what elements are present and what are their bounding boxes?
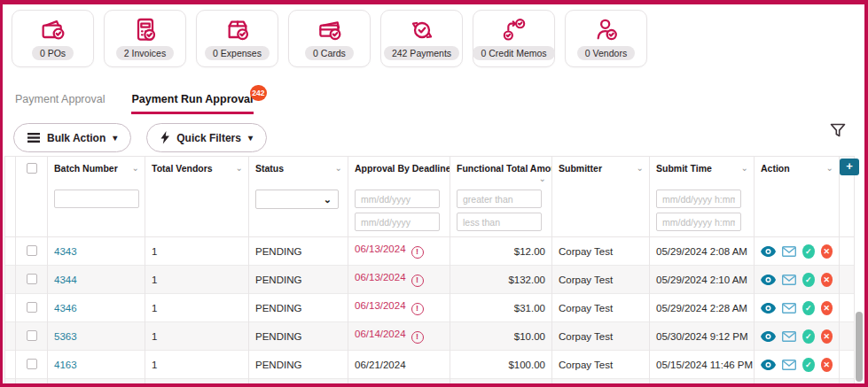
batch-number-link[interactable]: 4163 <box>54 360 77 370</box>
sort-icon[interactable]: ⌄ <box>637 163 644 173</box>
deadline-from-input[interactable] <box>355 190 440 208</box>
sort-icon[interactable]: ⌄ <box>826 163 833 173</box>
invoices-icon <box>131 16 160 44</box>
bulk-action-button[interactable]: Bulk Action ▾ <box>13 123 131 152</box>
sort-icon[interactable]: ⌄ <box>335 163 342 173</box>
row-checkbox[interactable] <box>27 359 37 369</box>
submit-time-filter-cell <box>650 183 755 237</box>
reject-icon[interactable]: ✕ <box>821 273 833 287</box>
extra-filter-cell <box>840 183 855 237</box>
view-eye-icon[interactable] <box>761 303 776 313</box>
row-checkbox[interactable] <box>27 274 37 284</box>
email-envelope-icon[interactable] <box>782 303 796 313</box>
deadline-cell: 06/13/2024! <box>348 266 450 294</box>
card-payments-label: 242 Payments <box>384 46 459 60</box>
row-checkbox[interactable] <box>27 302 37 313</box>
vertical-scrollbar-thumb[interactable] <box>856 312 863 382</box>
sort-icon[interactable]: ⌄ <box>741 163 748 173</box>
email-envelope-icon[interactable] <box>782 275 796 285</box>
total-vendors-cell: 1 <box>145 237 249 266</box>
email-envelope-icon[interactable] <box>782 246 796 257</box>
bulk-action-icon <box>27 132 41 143</box>
approve-icon[interactable]: ✓ <box>802 244 815 259</box>
view-eye-icon[interactable] <box>761 246 776 257</box>
card-pos[interactable]: 0 POs <box>12 10 94 67</box>
actions-cell: ✓ ✕ <box>755 266 840 294</box>
select-all-header <box>16 157 48 184</box>
reject-icon[interactable]: ✕ <box>821 244 833 259</box>
view-eye-icon[interactable] <box>761 275 776 285</box>
amount-cell: $10.00 <box>450 322 552 351</box>
header-row: Batch Number⌄ Total Vendors⌄ Status⌄ App… <box>5 157 855 184</box>
deadline-date: 06/13/2024 <box>355 244 406 254</box>
caret-down-icon: ▾ <box>248 133 253 143</box>
sort-icon[interactable]: ⌄ <box>236 163 243 173</box>
sort-icon[interactable]: ⌄ <box>539 174 546 183</box>
email-envelope-icon[interactable] <box>782 360 796 370</box>
batch-number-link[interactable]: 4343 <box>54 246 77 257</box>
amount-less-than-input[interactable] <box>457 213 542 231</box>
card-pos-label: 0 POs <box>32 46 74 60</box>
amount-cell: $100.00 <box>450 379 552 387</box>
filter-funnel-icon[interactable] <box>829 122 847 140</box>
submit-time-from-input[interactable] <box>656 190 741 208</box>
total-vendors-cell: 1 <box>145 351 249 379</box>
reject-icon[interactable]: ✕ <box>821 301 833 315</box>
submit-time-to-input[interactable] <box>656 213 741 231</box>
email-envelope-icon[interactable] <box>782 331 796 342</box>
add-column-button[interactable]: + <box>840 159 859 175</box>
reject-icon[interactable]: ✕ <box>821 358 833 372</box>
status-cell: PENDING <box>249 351 348 379</box>
overdue-warning-icon: ! <box>411 246 424 259</box>
deadline-cell: 06/13/2024! <box>348 237 450 266</box>
row-checkbox[interactable] <box>27 245 37 256</box>
card-invoices[interactable]: 2 Invoices <box>104 10 186 67</box>
batch-number-cell: 4343 <box>48 237 145 266</box>
gutter-cell <box>5 294 16 322</box>
col-batch-number: Batch Number⌄ <box>48 157 145 184</box>
batch-number-link[interactable]: 4346 <box>54 303 77 313</box>
deadline-cell: 06/14/2024! <box>348 322 450 351</box>
card-credit-memos[interactable]: 0 Credit Memos <box>473 10 555 67</box>
card-vendors[interactable]: 0 Vendors <box>565 10 647 67</box>
sort-icon[interactable]: ⌄ <box>132 163 139 173</box>
approval-tabs: Payment Approval Payment Run Approval 24… <box>15 93 254 114</box>
total-vendors-filter-cell <box>145 183 249 237</box>
card-vendors-label: 0 Vendors <box>577 46 635 60</box>
payment-run-table: Batch Number⌄ Total Vendors⌄ Status⌄ App… <box>4 156 855 387</box>
approve-icon[interactable]: ✓ <box>802 301 815 315</box>
table-toolbar: Bulk Action ▾ Quick Filters ▾ <box>13 123 267 152</box>
view-eye-icon[interactable] <box>761 331 776 342</box>
batch-number-link[interactable]: 4344 <box>54 275 77 285</box>
batch-number-link[interactable]: 5363 <box>54 331 77 342</box>
row-checkbox[interactable] <box>27 330 37 341</box>
col-submit-time: Submit Time⌄ <box>650 157 755 184</box>
approve-icon[interactable]: ✓ <box>802 358 815 372</box>
amount-cell: $31.00 <box>450 294 552 322</box>
purchase-orders-icon <box>39 16 67 44</box>
col-total-vendors: Total Vendors⌄ <box>145 157 249 184</box>
amount-greater-than-input[interactable] <box>457 190 542 208</box>
card-cards[interactable]: 0 Cards <box>288 10 371 67</box>
quick-filters-button[interactable]: Quick Filters ▾ <box>146 123 267 152</box>
select-all-checkbox[interactable] <box>27 163 37 174</box>
tab-payment-approval[interactable]: Payment Approval <box>15 93 105 112</box>
deadline-filter-cell <box>348 183 450 237</box>
col-approval-deadline-label: Approval By Deadline <box>355 163 450 174</box>
status-filter-select[interactable]: ⌄ <box>255 190 339 209</box>
approve-icon[interactable]: ✓ <box>802 329 815 344</box>
batch-number-filter-cell <box>48 183 145 237</box>
view-eye-icon[interactable] <box>761 360 776 370</box>
overdue-warning-icon: ! <box>411 303 424 315</box>
card-expenses[interactable]: 0 Expenses <box>196 10 278 67</box>
deadline-to-input[interactable] <box>355 213 440 231</box>
submitter-cell: Corpay Test <box>552 294 650 322</box>
reject-icon[interactable]: ✕ <box>821 329 833 344</box>
caret-down-icon: ▾ <box>113 133 117 143</box>
deadline-cell: 06/21/2024 <box>348 379 450 387</box>
batch-number-filter-input[interactable] <box>54 190 139 208</box>
status-filter-cell: ⌄ <box>249 183 348 237</box>
tab-payment-run-approval[interactable]: Payment Run Approval 242 <box>131 93 253 114</box>
approve-icon[interactable]: ✓ <box>802 273 815 287</box>
card-payments[interactable]: 242 Payments <box>380 10 463 67</box>
